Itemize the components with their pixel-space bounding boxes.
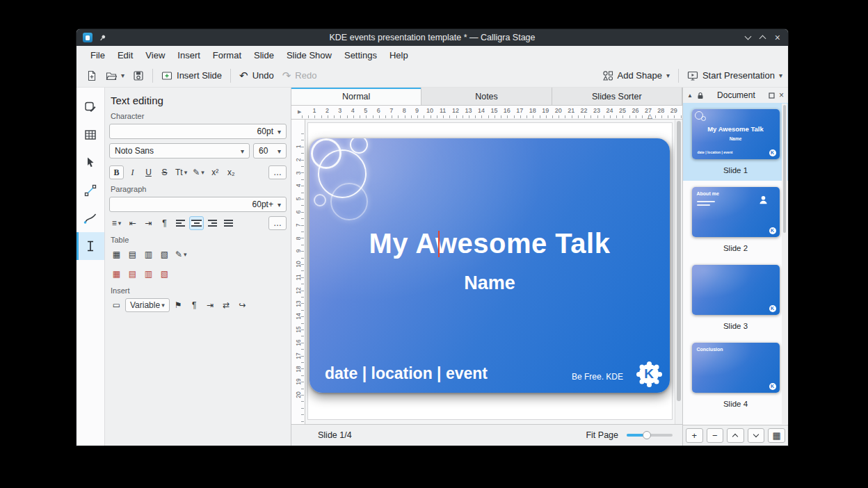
tab-slides-sorter[interactable]: Slides Sorter	[552, 88, 682, 105]
move-slide-up-button[interactable]	[727, 428, 744, 443]
paragraph-more-button[interactable]: …	[268, 216, 287, 230]
slide-thumbnail-4[interactable]: Conclusion K Slide 4	[683, 336, 788, 414]
close-window-icon[interactable]: ×	[775, 34, 780, 41]
menu-item-format[interactable]: Format	[207, 48, 248, 63]
align-center-button[interactable]	[189, 216, 204, 230]
mini-title: My Awesome Talk	[692, 125, 780, 133]
zoom-slider-handle[interactable]	[643, 431, 651, 439]
horizontal-ruler[interactable]: ▶ △ 123456789101112131415161718192021222…	[291, 106, 682, 120]
character-more-button[interactable]: …	[268, 165, 287, 179]
insert-bookmark-button[interactable]: ⚑	[171, 298, 186, 312]
merge-cells-button[interactable]: ▧	[157, 247, 172, 261]
italic-button[interactable]: I	[125, 165, 140, 179]
slide-editor[interactable]: My Awesome Talk Name date | location | e…	[310, 138, 670, 393]
insert-tab-button[interactable]: ⇥	[203, 298, 218, 312]
menu-item-help[interactable]: Help	[383, 48, 415, 63]
split-cells-button[interactable]: ▧	[157, 267, 172, 281]
open-document-button[interactable]: ▾	[102, 67, 129, 84]
menu-item-edit[interactable]: Edit	[111, 48, 139, 63]
redo-button[interactable]: ↷ Redo	[278, 67, 321, 83]
slide-footer-textbox[interactable]: date | location | event	[325, 364, 488, 383]
slide-thumbnail-2[interactable]: About me K Slide 2	[683, 181, 788, 259]
insert-special-character-button[interactable]: ¶	[187, 298, 202, 312]
insert-slide-button[interactable]: Insert Slide	[157, 67, 226, 84]
underline-button[interactable]: U	[141, 165, 156, 179]
close-docker-icon[interactable]: ×	[779, 92, 784, 99]
thumbnail-view-options-button[interactable]: ▦	[768, 428, 785, 443]
maximize-window-icon[interactable]	[759, 35, 766, 42]
menu-item-settings[interactable]: Settings	[338, 48, 383, 63]
highlight-color-button[interactable]: ✎▾	[191, 165, 207, 179]
save-button[interactable]	[129, 67, 148, 84]
decrease-indent-button[interactable]: ⇤	[125, 216, 140, 230]
slide-canvas[interactable]: My Awesome Talk Name date | location | e…	[305, 120, 675, 424]
titlebar[interactable]: KDE events presentation template * — Cal…	[77, 29, 788, 46]
menu-item-file[interactable]: File	[84, 48, 111, 63]
variable-button[interactable]: Variable▾	[125, 298, 170, 312]
align-left-button[interactable]	[173, 216, 188, 230]
slide-title-textbox[interactable]: My Awesome Talk	[310, 228, 670, 259]
table-border-pen-button[interactable]: ✎▾	[173, 247, 189, 261]
table-tool-button[interactable]	[77, 121, 104, 149]
canvas-vertical-scrollbar[interactable]	[675, 120, 682, 424]
insert-column-button[interactable]: ▥	[141, 247, 156, 261]
scrollbar-thumb[interactable]	[677, 121, 681, 401]
slide-thumbnail-3[interactable]: K Slide 3	[683, 259, 788, 336]
align-justify-button[interactable]	[221, 216, 236, 230]
toolbar-overflow-icon[interactable]: ▾	[779, 72, 782, 79]
bold-button[interactable]: B	[109, 165, 124, 179]
docker-scrollbar[interactable]	[782, 104, 787, 424]
insert-swap-button[interactable]: ⇄	[219, 298, 234, 312]
lock-icon[interactable]	[697, 92, 704, 99]
subscript-button[interactable]: x₂	[224, 165, 239, 179]
delete-row-button[interactable]: ▤	[125, 267, 140, 281]
collapse-arrow-icon[interactable]: ▲	[687, 92, 693, 99]
scrollbar-thumb[interactable]	[783, 105, 786, 233]
superscript-button[interactable]: x²	[208, 165, 223, 179]
selection-tool-button[interactable]	[77, 149, 104, 177]
insert-link-button[interactable]: ↪	[235, 298, 250, 312]
paragraph-style-combobox[interactable]: 60pt + ▾	[109, 197, 287, 212]
font-family-combobox[interactable]: Noto Sans ▾	[109, 143, 250, 158]
connector-tool-button[interactable]	[77, 177, 104, 204]
docker-header[interactable]: ▲ Document ×	[683, 88, 788, 103]
slide-subtitle-textbox[interactable]: Name	[310, 273, 670, 294]
float-docker-icon[interactable]	[769, 92, 775, 99]
menu-item-slide-show[interactable]: Slide Show	[280, 48, 338, 63]
delete-column-button[interactable]: ▥	[141, 267, 156, 281]
new-document-button[interactable]	[82, 67, 102, 84]
open-recent-chevron-icon[interactable]: ▾	[121, 72, 124, 79]
insert-text-frame-button[interactable]: ▭	[109, 298, 124, 312]
shapes-tool-button[interactable]	[77, 93, 104, 121]
vertical-ruler[interactable]: 1234567891011121314151617181920	[291, 120, 305, 424]
tab-notes[interactable]: Notes	[421, 88, 552, 105]
add-shape-button[interactable]: Add Shape ▾	[598, 67, 674, 84]
menu-item-slide[interactable]: Slide	[248, 48, 280, 63]
zoom-mode-label[interactable]: Fit Page	[586, 430, 618, 440]
text-tool-button[interactable]	[77, 232, 104, 260]
tab-normal[interactable]: Normal	[291, 88, 421, 105]
align-right-button[interactable]	[205, 216, 220, 230]
start-presentation-button[interactable]: Start Presentation	[683, 67, 779, 84]
insert-row-button[interactable]: ▤	[125, 247, 140, 261]
font-size-combobox[interactable]: 60 ▾	[253, 143, 287, 158]
paragraph-format-button[interactable]: ¶	[157, 216, 172, 230]
slide-thumbnail-1[interactable]: My Awesome Talk Name date | location | e…	[683, 103, 788, 181]
insert-table-button[interactable]: ▦	[109, 247, 124, 261]
delete-table-button[interactable]: ▦	[109, 267, 124, 281]
delete-slide-button[interactable]: −	[707, 428, 724, 443]
menu-item-view[interactable]: View	[139, 48, 171, 63]
line-spacing-button[interactable]: ≡▾	[109, 216, 124, 230]
change-case-button[interactable]: Tt▾	[173, 165, 189, 179]
path-tool-button[interactable]	[77, 204, 104, 232]
strikethrough-button[interactable]: S	[157, 165, 172, 179]
increase-indent-button[interactable]: ⇥	[141, 216, 156, 230]
shade-window-icon[interactable]	[744, 33, 751, 40]
move-slide-down-button[interactable]	[748, 428, 765, 443]
undo-button[interactable]: ↶ Undo	[235, 67, 278, 83]
character-style-combobox[interactable]: 60pt ▾	[109, 124, 287, 139]
add-slide-button[interactable]: +	[686, 428, 703, 443]
v-ruler-number: 5	[295, 197, 302, 201]
zoom-slider[interactable]	[627, 434, 673, 437]
menu-item-insert[interactable]: Insert	[171, 48, 207, 63]
